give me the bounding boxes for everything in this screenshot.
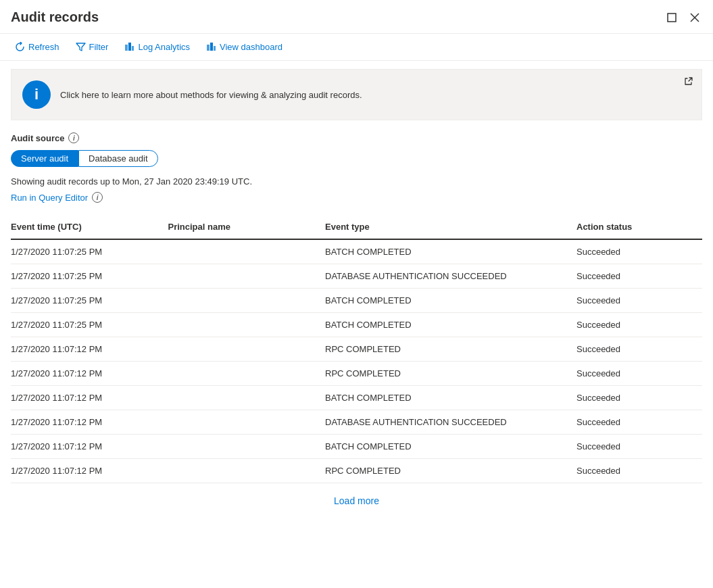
server-audit-tab[interactable]: Server audit [11, 150, 78, 167]
info-icon-circle: i [22, 80, 51, 109]
cell-action-status: Succeeded [576, 337, 702, 362]
page-title: Audit records [11, 9, 99, 25]
table-row[interactable]: 1/27/2020 11:07:12 PM RPC COMPLETED Succ… [11, 362, 702, 386]
cell-principal [168, 362, 326, 386]
cell-event-type: DATABASE AUTHENTICATION SUCCEEDED [325, 410, 576, 435]
cell-action-status: Succeeded [576, 264, 702, 289]
cell-action-status: Succeeded [576, 459, 702, 483]
cell-principal [168, 239, 326, 264]
cell-event-time: 1/27/2020 11:07:25 PM [11, 289, 168, 313]
audit-table: Event time (UTC) Principal name Event ty… [11, 216, 702, 483]
header-principal-name: Principal name [168, 216, 326, 239]
log-analytics-label: Log Analytics [138, 42, 190, 52]
svg-rect-3 [125, 45, 128, 51]
cell-principal [168, 264, 326, 289]
cell-action-status: Succeeded [576, 239, 702, 264]
cell-principal [168, 337, 326, 362]
table-row[interactable]: 1/27/2020 11:07:12 PM BATCH COMPLETED Su… [11, 435, 702, 459]
filter-button[interactable]: Filter [69, 38, 116, 56]
header-event-time: Event time (UTC) [11, 216, 168, 239]
database-audit-tab[interactable]: Database audit [78, 150, 157, 167]
load-more-button[interactable]: Load more [334, 495, 379, 506]
cell-event-time: 1/27/2020 11:07:12 PM [11, 386, 168, 410]
cell-principal [168, 410, 326, 435]
cell-event-time: 1/27/2020 11:07:12 PM [11, 459, 168, 483]
cell-event-type: RPC COMPLETED [325, 459, 576, 483]
view-dashboard-button[interactable]: View dashboard [199, 38, 289, 56]
cell-event-type: BATCH COMPLETED [325, 435, 576, 459]
query-editor-info-icon[interactable]: i [92, 192, 103, 203]
cell-event-time: 1/27/2020 11:07:12 PM [11, 362, 168, 386]
showing-text: Showing audit records up to Mon, 27 Jan … [11, 176, 702, 187]
cell-event-type: BATCH COMPLETED [325, 239, 576, 264]
cell-event-time: 1/27/2020 11:07:12 PM [11, 435, 168, 459]
audit-source-info-icon[interactable]: i [68, 132, 79, 143]
table-body: 1/27/2020 11:07:25 PM BATCH COMPLETED Su… [11, 239, 702, 483]
audit-source-label: Audit source i [11, 132, 702, 143]
svg-rect-8 [214, 46, 216, 51]
maximize-button[interactable] [664, 11, 679, 24]
cell-principal [168, 435, 326, 459]
external-link-icon[interactable] [684, 76, 693, 88]
table-row[interactable]: 1/27/2020 11:07:25 PM BATCH COMPLETED Su… [11, 289, 702, 313]
cell-action-status: Succeeded [576, 410, 702, 435]
cell-action-status: Succeeded [576, 435, 702, 459]
cell-action-status: Succeeded [576, 386, 702, 410]
cell-event-time: 1/27/2020 11:07:25 PM [11, 313, 168, 337]
svg-rect-5 [132, 46, 134, 51]
table-row[interactable]: 1/27/2020 11:07:12 PM RPC COMPLETED Succ… [11, 459, 702, 483]
cell-event-time: 1/27/2020 11:07:12 PM [11, 410, 168, 435]
cell-event-type: DATABASE AUTHENTICATION SUCCEEDED [325, 264, 576, 289]
cell-action-status: Succeeded [576, 313, 702, 337]
query-editor-label: Run in Query Editor [11, 193, 88, 203]
cell-event-time: 1/27/2020 11:07:25 PM [11, 264, 168, 289]
cell-principal [168, 386, 326, 410]
svg-rect-4 [128, 43, 131, 51]
cell-event-type: RPC COMPLETED [325, 362, 576, 386]
table-row[interactable]: 1/27/2020 11:07:25 PM BATCH COMPLETED Su… [11, 313, 702, 337]
filter-icon [76, 42, 86, 52]
table-row[interactable]: 1/27/2020 11:07:12 PM DATABASE AUTHENTIC… [11, 410, 702, 435]
cell-action-status: Succeeded [576, 289, 702, 313]
view-dashboard-icon [206, 42, 216, 52]
table-header: Event time (UTC) Principal name Event ty… [11, 216, 702, 239]
toolbar: Refresh Filter Log Analytics Vie [0, 34, 713, 61]
info-banner-text: Click here to learn more about methods f… [60, 90, 362, 100]
table-row[interactable]: 1/27/2020 11:07:25 PM BATCH COMPLETED Su… [11, 239, 702, 264]
cell-principal [168, 459, 326, 483]
cell-principal [168, 313, 326, 337]
cell-action-status: Succeeded [576, 362, 702, 386]
refresh-icon [15, 42, 25, 52]
load-more-container: Load more [11, 483, 702, 513]
close-button[interactable] [687, 11, 702, 24]
cell-event-time: 1/27/2020 11:07:12 PM [11, 337, 168, 362]
svg-rect-6 [207, 45, 210, 51]
view-dashboard-label: View dashboard [220, 42, 282, 52]
filter-label: Filter [89, 42, 109, 52]
svg-rect-0 [668, 14, 676, 22]
refresh-label: Refresh [28, 42, 59, 52]
title-bar: Audit records [0, 0, 713, 34]
log-analytics-icon [124, 42, 134, 52]
cell-event-time: 1/27/2020 11:07:25 PM [11, 239, 168, 264]
table-row[interactable]: 1/27/2020 11:07:25 PM DATABASE AUTHENTIC… [11, 264, 702, 289]
cell-event-type: BATCH COMPLETED [325, 313, 576, 337]
table-row[interactable]: 1/27/2020 11:07:12 PM BATCH COMPLETED Su… [11, 386, 702, 410]
run-query-editor-link[interactable]: Run in Query Editor i [11, 192, 702, 203]
info-banner[interactable]: i Click here to learn more about methods… [11, 69, 702, 120]
refresh-button[interactable]: Refresh [8, 38, 66, 56]
cell-event-type: BATCH COMPLETED [325, 289, 576, 313]
header-event-type: Event type [325, 216, 576, 239]
log-analytics-button[interactable]: Log Analytics [118, 38, 197, 56]
info-icon-letter: i [34, 86, 39, 103]
cell-principal [168, 289, 326, 313]
cell-event-type: RPC COMPLETED [325, 337, 576, 362]
cell-event-type: BATCH COMPLETED [325, 386, 576, 410]
table-row[interactable]: 1/27/2020 11:07:12 PM RPC COMPLETED Succ… [11, 337, 702, 362]
main-content: i Click here to learn more about methods… [0, 61, 713, 574]
header-action-status: Action status [576, 216, 702, 239]
svg-rect-7 [210, 43, 213, 51]
title-bar-controls [664, 11, 702, 24]
audit-source-toggle-group: Server audit Database audit [11, 150, 702, 167]
